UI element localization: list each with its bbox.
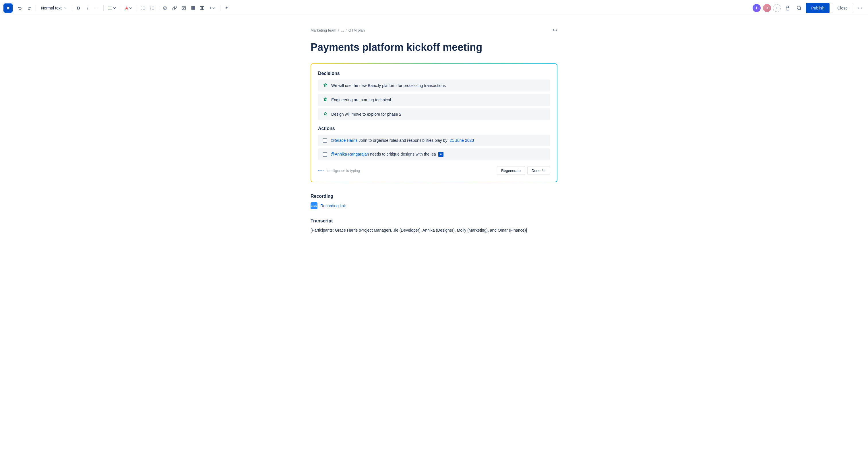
decision-icon-3 xyxy=(322,112,328,117)
dot-3 xyxy=(322,170,324,171)
typing-dots xyxy=(318,170,324,171)
breadcrumb-marketing-team[interactable]: Marketing team xyxy=(311,28,336,32)
mention-1: @Grace Harris xyxy=(331,138,358,142)
table-button[interactable] xyxy=(189,3,197,12)
text-color-button[interactable]: A xyxy=(123,3,134,12)
more-formatting-button[interactable]: ··· xyxy=(93,3,101,12)
svg-point-17 xyxy=(183,7,183,7)
action-item-2: @Annika Rangarajan needs to critique des… xyxy=(318,148,550,160)
decision-icon-2 xyxy=(322,97,328,102)
svg-text:3: 3 xyxy=(150,9,151,10)
text-style-dropdown[interactable]: Normal text xyxy=(38,3,70,12)
user-avatar[interactable]: GH xyxy=(763,3,772,12)
lock-button[interactable] xyxy=(783,3,792,12)
toolbar: Normal text B I ··· A xyxy=(0,0,868,16)
dot-1 xyxy=(318,170,319,171)
undo-button[interactable] xyxy=(16,3,24,12)
align-button[interactable] xyxy=(106,3,119,12)
redo-button[interactable] xyxy=(25,3,33,12)
svg-rect-15 xyxy=(164,7,166,9)
app-logo[interactable] xyxy=(3,3,12,12)
close-button[interactable]: Close xyxy=(832,3,853,13)
zoom-icon: zoom xyxy=(311,202,317,209)
svg-point-8 xyxy=(142,9,142,9)
breadcrumb-sep-1: / xyxy=(338,28,339,32)
image-button[interactable] xyxy=(180,3,188,12)
svg-point-28 xyxy=(858,7,859,8)
action-checkbox-1[interactable] xyxy=(322,138,327,142)
toolbar-right: GH + Publish Close xyxy=(752,3,865,13)
svg-rect-25 xyxy=(786,8,789,10)
insert-button[interactable]: + xyxy=(207,3,218,12)
breadcrumb-ellipsis[interactable]: ... xyxy=(341,28,344,32)
svg-point-7 xyxy=(142,8,142,8)
publish-button[interactable]: Publish xyxy=(806,3,830,13)
bullet-list-button[interactable] xyxy=(139,3,147,12)
svg-line-27 xyxy=(800,9,801,10)
action-item-1: @Grace Harris John to organise roles and… xyxy=(318,135,550,146)
svg-point-30 xyxy=(861,7,862,8)
divider-6 xyxy=(159,5,159,11)
bold-button[interactable]: B xyxy=(74,3,83,12)
recording-heading: Recording xyxy=(311,194,557,199)
link-button[interactable] xyxy=(170,3,179,12)
transcript-section: Transcript [Participants: Grace Harris (… xyxy=(311,218,557,233)
footer-buttons: Regenerate Done xyxy=(497,166,550,175)
decision-item-2: Engineering are starting technical xyxy=(318,94,550,106)
svg-rect-23 xyxy=(200,6,202,9)
page-content: Marketing team / ... / GTM plan Payments… xyxy=(311,16,557,475)
ai-avatar xyxy=(752,3,761,12)
decision-text-1: We will use the new Banc.ly platform for… xyxy=(331,83,446,88)
action-body-1: John to organise roles and responsibilit… xyxy=(359,138,448,142)
add-collaborator-button[interactable]: + xyxy=(773,4,781,12)
typing-indicator: Intelligence is typing xyxy=(318,168,360,173)
ai-sparkle-button[interactable] xyxy=(223,3,231,12)
intelligence-footer: Intelligence is typing Regenerate Done xyxy=(318,165,550,175)
decision-text-3: Design will move to explore for phase 2 xyxy=(331,112,401,117)
regenerate-button[interactable]: Regenerate xyxy=(497,166,525,175)
decision-item-3: Design will move to explore for phase 2 xyxy=(318,108,550,120)
columns-button[interactable] xyxy=(198,3,206,12)
more-options-button[interactable] xyxy=(856,3,865,12)
svg-rect-18 xyxy=(191,6,195,10)
dot-2 xyxy=(320,170,322,171)
mention-2: @Annika Rangarajan xyxy=(331,152,369,156)
action-checkbox-2[interactable] xyxy=(322,152,327,157)
divider-2 xyxy=(72,5,72,11)
done-button[interactable]: Done xyxy=(527,166,550,175)
transcript-text: [Participants: Grace Harris (Project Man… xyxy=(311,227,557,233)
action-text-2: @Annika Rangarajan needs to critique des… xyxy=(331,152,443,157)
breadcrumb-gtm-plan[interactable]: GTM plan xyxy=(348,28,365,32)
ai-panel: Decisions We will use the new Banc.ly pl… xyxy=(311,63,557,182)
transcript-heading: Transcript xyxy=(311,218,557,224)
actions-section: Actions @Grace Harris John to organise r… xyxy=(318,126,550,160)
svg-point-29 xyxy=(860,7,861,8)
decision-text-2: Engineering are starting technical xyxy=(331,98,391,102)
recording-section: Recording zoom Recording link xyxy=(311,194,557,209)
numbered-list-button[interactable]: 1 2 3 xyxy=(148,3,156,12)
page-title: Payments platform kickoff meeting xyxy=(311,41,557,54)
divider-3 xyxy=(103,5,104,11)
decision-icon-1 xyxy=(322,83,328,88)
italic-button[interactable]: I xyxy=(84,3,92,12)
recording-link-text: Recording link xyxy=(320,203,346,208)
action-date-1: 21 June 2023 xyxy=(450,138,474,142)
action-body-2: needs to critique designs with the lea xyxy=(370,152,436,156)
expand-width-button[interactable] xyxy=(552,28,557,33)
actions-heading: Actions xyxy=(318,126,550,131)
ai-badge: AI xyxy=(438,152,443,157)
svg-point-26 xyxy=(797,6,801,9)
typing-label: Intelligence is typing xyxy=(327,168,360,173)
action-text-1: @Grace Harris John to organise roles and… xyxy=(331,138,474,142)
search-button[interactable] xyxy=(795,3,804,12)
svg-rect-24 xyxy=(203,6,204,9)
avatar-group: GH + xyxy=(752,3,781,12)
recording-link[interactable]: zoom Recording link xyxy=(311,202,557,209)
content-area: Marketing team / ... / GTM plan Payments… xyxy=(0,16,868,475)
divider-7 xyxy=(220,5,220,11)
divider-5 xyxy=(136,5,137,11)
decision-item-1: We will use the new Banc.ly platform for… xyxy=(318,80,550,92)
checklist-button[interactable] xyxy=(161,3,169,12)
svg-point-6 xyxy=(142,7,142,7)
breadcrumb: Marketing team / ... / GTM plan xyxy=(311,28,557,33)
